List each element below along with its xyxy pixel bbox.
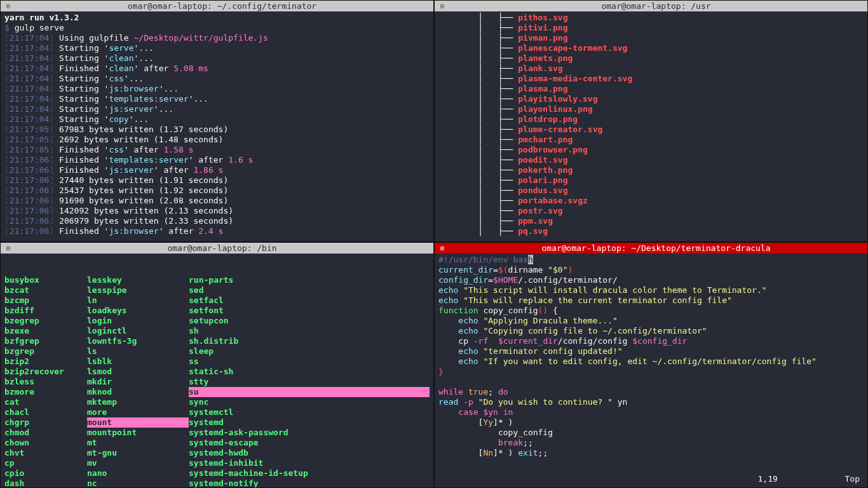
bin-entry: busybox xyxy=(4,275,87,285)
bin-entry: bzcat xyxy=(4,285,87,295)
bin-entry: bzless xyxy=(4,377,87,387)
tree-row: │ ├── plank.svg xyxy=(438,64,864,74)
bin-entry: lsblk xyxy=(87,356,189,367)
bin-entry: bzmore xyxy=(4,387,87,397)
bin-entry: chmod xyxy=(4,428,87,438)
bin-entry: ss xyxy=(189,356,430,367)
bin-entry: setfacl xyxy=(189,295,430,306)
bin-entry: mv xyxy=(87,458,189,468)
cursor-position: 1,19 xyxy=(758,474,778,484)
titlebar-bottom-right[interactable]: ⊞ omar@omar-laptop: ~/Desktop/terminator… xyxy=(435,243,867,254)
bin-entry: cat xyxy=(4,397,87,407)
bin-entry: systemd xyxy=(189,417,430,428)
bin-entry: bzgrep xyxy=(4,346,87,356)
bin-entry: mt-gnu xyxy=(87,448,189,458)
titlebar-top-right[interactable]: ⊞ omar@omar-laptop: /usr xyxy=(435,1,867,11)
pane-bottom-right[interactable]: ⊞ omar@omar-laptop: ~/Desktop/terminator… xyxy=(434,242,868,488)
pane-top-right[interactable]: ⊞ omar@omar-laptop: /usr │ ├── pithos.sv… xyxy=(434,0,868,242)
terminal-top-right[interactable]: │ ├── pithos.svg │ ├── pitivi.png │ ├── … xyxy=(435,11,867,241)
tree-row: │ ├── pivman.png xyxy=(438,33,864,43)
grid-icon: ⊞ xyxy=(438,245,446,252)
bin-entry: nc xyxy=(87,478,189,487)
vim-statusline: 1,19 Top xyxy=(758,474,860,484)
tree-row: │ ├── poedit.svg xyxy=(438,155,864,165)
bin-entry: mt xyxy=(87,438,189,448)
bin-entry: lsmod xyxy=(87,367,189,377)
tree-row: │ ├── pokerth.png xyxy=(438,165,864,175)
bin-entry: ln xyxy=(87,295,189,306)
titlebar-bottom-left[interactable]: ⊞ omar@omar-laptop: /bin xyxy=(1,243,433,254)
pane-bottom-left[interactable]: ⊞ omar@omar-laptop: /bin busyboxbzcatbzc… xyxy=(0,242,434,488)
bin-entry: lesskey xyxy=(87,275,189,285)
bin-entry: lowntfs-3g xyxy=(87,336,189,346)
bin-entry: bzexe xyxy=(4,326,87,336)
bin-entry: bzcmp xyxy=(4,295,87,306)
bin-entry: su xyxy=(189,387,430,397)
grid-icon: ⊞ xyxy=(438,3,446,10)
pane-top-left[interactable]: ⊞ omar@omar-laptop: ~/.config/terminator… xyxy=(0,0,434,242)
terminal-top-left[interactable]: yarn run v1.3.2 $ gulp serve [21:17:04] … xyxy=(1,11,433,241)
bin-entry: cpio xyxy=(4,468,87,478)
titlebar-top-left[interactable]: ⊞ omar@omar-laptop: ~/.config/terminator xyxy=(1,1,433,11)
bin-entry: systemd-ask-password xyxy=(189,428,430,438)
bin-entry: more xyxy=(87,407,189,417)
tree-row: │ ├── pithos.svg xyxy=(438,13,864,23)
bin-entry: login xyxy=(87,316,189,326)
bin-entry: bzip2 xyxy=(4,356,87,367)
tree-row: │ ├── polari.png xyxy=(438,175,864,186)
title-top-right: omar@omar-laptop: /usr xyxy=(449,1,864,11)
tree-row: │ ├── planets.png xyxy=(438,53,864,64)
bin-entry: systemd-machine-id-setup xyxy=(189,468,430,478)
tree-row: │ ├── planescape-torment.svg xyxy=(438,43,864,53)
bin-entry: mknod xyxy=(87,387,189,397)
bin-entry: systemd-hwdb xyxy=(189,448,430,458)
bin-entry: ls xyxy=(87,346,189,356)
tree-row: │ ├── plume-creator.svg xyxy=(438,125,864,135)
tree-row: │ ├── ppm.svg xyxy=(438,216,864,226)
grid-icon: ⊞ xyxy=(4,245,12,252)
scroll-indicator: Top xyxy=(845,474,860,484)
bin-entry: static-sh xyxy=(189,367,430,377)
tree-row: │ ├── plasma.png xyxy=(438,84,864,94)
bin-entry: bzegrep xyxy=(4,316,87,326)
bin-entry: systemd-inhibit xyxy=(189,458,430,468)
tree-row: │ ├── pmchart.png xyxy=(438,135,864,145)
bin-entry: bzfgrep xyxy=(4,336,87,346)
bin-entry: bzdiff xyxy=(4,306,87,316)
bin-entry: chgrp xyxy=(4,417,87,428)
bin-entry: systemd-escape xyxy=(189,438,430,448)
tree-row: │ ├── pondus.svg xyxy=(438,186,864,196)
bin-entry: loadkeys xyxy=(87,306,189,316)
title-bottom-right: omar@omar-laptop: ~/Desktop/terminator-d… xyxy=(449,243,864,253)
bin-entry: loginctl xyxy=(87,326,189,336)
bin-entry: chacl xyxy=(4,407,87,417)
bin-entry: sed xyxy=(189,285,430,295)
grid-icon: ⊞ xyxy=(4,3,12,10)
tree-row: │ ├── plasma-media-center.svg xyxy=(438,74,864,84)
bin-entry: nano xyxy=(87,468,189,478)
tree-row: │ ├── playonlinux.png xyxy=(438,104,864,114)
tree-row: │ ├── podbrowser.png xyxy=(438,145,864,155)
terminal-bottom-left[interactable]: busyboxbzcatbzcmpbzdiffbzegrepbzexebzfgr… xyxy=(1,254,433,487)
bin-entry: chown xyxy=(4,438,87,448)
bin-entry: bzip2recover xyxy=(4,367,87,377)
tree-row: │ ├── plotdrop.png xyxy=(438,114,864,125)
bin-entry: sleep xyxy=(189,346,430,356)
tree-row: │ ├── pq.svg xyxy=(438,226,864,236)
terminal-bottom-right[interactable]: #!/usr/bin/env bash current_dir=$(dirnam… xyxy=(435,254,867,487)
bin-entry: sh xyxy=(189,326,430,336)
bin-entry: mountpoint xyxy=(87,428,189,438)
bin-entry: run-parts xyxy=(189,275,430,285)
bin-entry: systemctl xyxy=(189,407,430,417)
tree-row: │ ├── playitslowly.svg xyxy=(438,94,864,104)
bin-entry: sh.distrib xyxy=(189,336,430,346)
bin-entry: lesspipe xyxy=(87,285,189,295)
bin-entry: setfont xyxy=(189,306,430,316)
bin-entry: setupcon xyxy=(189,316,430,326)
bin-entry: stty xyxy=(189,377,430,387)
title-bottom-left: omar@omar-laptop: /bin xyxy=(15,243,430,253)
tree-row: │ ├── postr.svg xyxy=(438,206,864,216)
bin-entry: sync xyxy=(189,397,430,407)
bin-entry: mount xyxy=(87,417,189,428)
bin-entry: cp xyxy=(4,458,87,468)
